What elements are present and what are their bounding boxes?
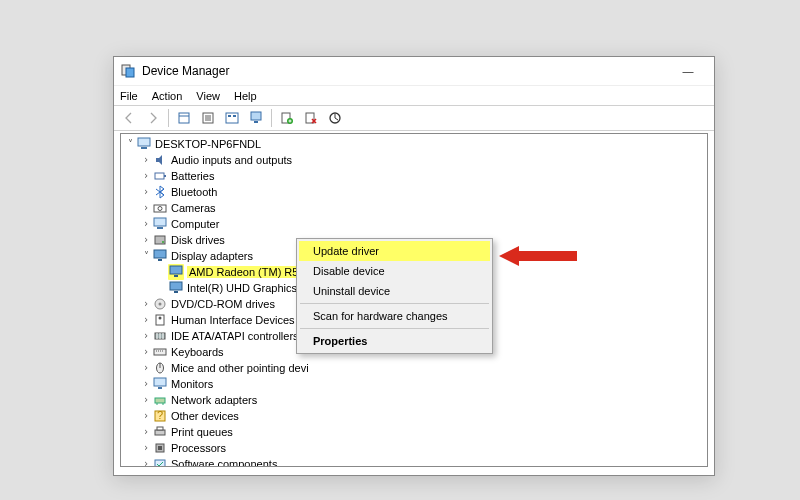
svg-rect-41 (154, 349, 166, 355)
expander-icon[interactable]: › (141, 427, 151, 437)
context-disable-device[interactable]: Disable device (299, 261, 490, 281)
category-icon (152, 440, 168, 456)
tree-category[interactable]: ›Processors (121, 440, 707, 456)
tree-category[interactable]: ›Monitors (121, 376, 707, 392)
expander-icon[interactable]: › (141, 459, 151, 467)
view-button-1[interactable] (221, 107, 243, 129)
expander-icon[interactable]: ˅ (125, 139, 135, 149)
device-tree[interactable]: ˅ DESKTOP-NP6FNDL ›Audio inputs and outp… (120, 133, 708, 467)
tree-category[interactable]: ›Print queues (121, 424, 707, 440)
tree-category[interactable]: ›Batteries (121, 168, 707, 184)
context-update-driver[interactable]: Update driver (299, 241, 490, 261)
menu-file[interactable]: File (120, 90, 138, 102)
tree-category[interactable]: ›Software components (121, 456, 707, 467)
scan-hardware-button[interactable] (324, 107, 346, 129)
svg-rect-2 (179, 113, 189, 123)
uninstall-button[interactable] (300, 107, 322, 129)
expander-icon[interactable]: › (141, 315, 151, 325)
category-icon (152, 296, 168, 312)
forward-button[interactable] (142, 107, 164, 129)
tree-category[interactable]: ›Bluetooth (121, 184, 707, 200)
context-scan-hardware[interactable]: Scan for hardware changes (299, 306, 490, 326)
computer-icon (136, 136, 152, 152)
svg-rect-29 (170, 266, 182, 274)
tree-category[interactable]: ›Mice and other pointing devi (121, 360, 707, 376)
category-label: IDE ATA/ATAPI controllers (171, 330, 299, 342)
expander-icon[interactable]: › (141, 443, 151, 453)
category-label: Audio inputs and outputs (171, 154, 292, 166)
expander-icon[interactable]: › (141, 411, 151, 421)
root-label: DESKTOP-NP6FNDL (155, 138, 261, 150)
category-icon (152, 360, 168, 376)
titlebar[interactable]: Device Manager — (114, 57, 714, 85)
tree-category[interactable]: ›Audio inputs and outputs (121, 152, 707, 168)
tree-category[interactable]: ›Network adapters (121, 392, 707, 408)
category-label: Keyboards (171, 346, 224, 358)
svg-rect-20 (164, 175, 166, 177)
category-label: DVD/CD-ROM drives (171, 298, 275, 310)
device-icon (168, 280, 184, 296)
context-uninstall-device[interactable]: Uninstall device (299, 281, 490, 301)
expander-icon[interactable]: › (141, 171, 151, 181)
svg-rect-30 (174, 275, 178, 277)
category-label: Display adapters (171, 250, 253, 262)
tree-category[interactable]: ›?Other devices (121, 408, 707, 424)
svg-rect-9 (228, 115, 231, 117)
show-hidden-button[interactable] (173, 107, 195, 129)
category-icon (152, 248, 168, 264)
category-label: Cameras (171, 202, 216, 214)
category-label: Processors (171, 442, 226, 454)
expander-icon[interactable]: › (141, 187, 151, 197)
category-icon (152, 312, 168, 328)
category-icon (152, 392, 168, 408)
svg-rect-28 (158, 259, 162, 261)
minimize-button[interactable]: — (668, 57, 708, 85)
expander-icon[interactable]: › (141, 379, 151, 389)
device-icon (168, 264, 184, 280)
expander-icon[interactable]: › (141, 235, 151, 245)
svg-rect-31 (170, 282, 182, 290)
expander-icon[interactable]: › (141, 331, 151, 341)
svg-rect-8 (226, 113, 238, 123)
menu-view[interactable]: View (196, 90, 220, 102)
category-icon (152, 376, 168, 392)
tree-root[interactable]: ˅ DESKTOP-NP6FNDL (121, 136, 707, 152)
svg-rect-27 (154, 250, 166, 258)
expander-icon[interactable]: › (141, 155, 151, 165)
category-label: Other devices (171, 410, 239, 422)
svg-rect-19 (155, 173, 164, 179)
context-properties[interactable]: Properties (299, 331, 490, 351)
category-label: Human Interface Devices (171, 314, 295, 326)
context-separator (300, 328, 489, 329)
category-icon (152, 232, 168, 248)
app-icon (120, 63, 136, 79)
category-icon (152, 328, 168, 344)
menu-action[interactable]: Action (152, 90, 183, 102)
expander-icon[interactable]: › (141, 219, 151, 229)
expander-icon[interactable]: › (141, 299, 151, 309)
view-button-2[interactable] (245, 107, 267, 129)
expander-icon[interactable]: ˅ (141, 251, 151, 261)
update-driver-button[interactable] (276, 107, 298, 129)
category-icon (152, 200, 168, 216)
expander-icon[interactable]: › (141, 395, 151, 405)
category-icon (152, 456, 168, 467)
expander-icon[interactable]: › (141, 363, 151, 373)
svg-rect-12 (254, 121, 258, 123)
svg-text:?: ? (157, 409, 163, 421)
svg-rect-50 (155, 398, 165, 403)
tree-category[interactable]: ›Cameras (121, 200, 707, 216)
tree-category[interactable]: ›Computer (121, 216, 707, 232)
category-icon (152, 168, 168, 184)
svg-point-26 (162, 241, 164, 243)
back-button[interactable] (118, 107, 140, 129)
toolbar-separator (168, 109, 169, 127)
expander-icon[interactable]: › (141, 203, 151, 213)
annotation-arrow (499, 244, 579, 268)
menu-help[interactable]: Help (234, 90, 257, 102)
svg-rect-49 (158, 387, 162, 389)
category-label: Bluetooth (171, 186, 217, 198)
expander-icon[interactable]: › (141, 347, 151, 357)
properties-button[interactable] (197, 107, 219, 129)
category-icon (152, 216, 168, 232)
